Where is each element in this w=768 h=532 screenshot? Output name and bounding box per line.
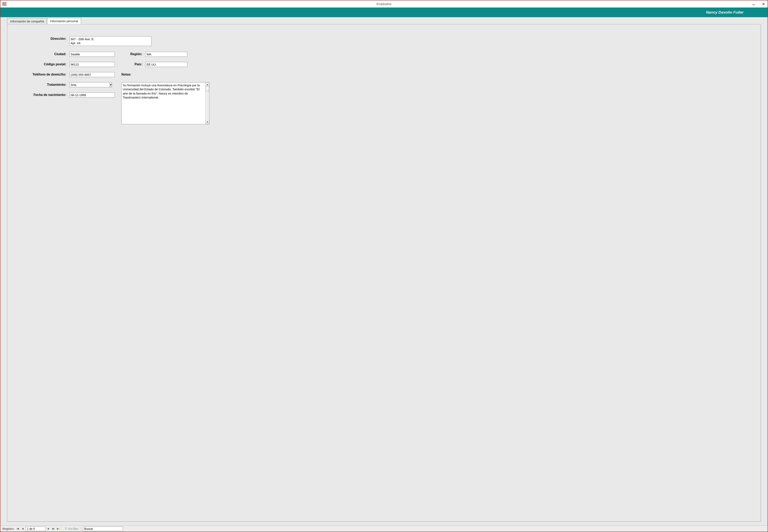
- notes-box: [121, 82, 210, 124]
- birthdate-field[interactable]: [69, 92, 115, 97]
- phone-field[interactable]: [69, 72, 115, 77]
- scroll-down-button[interactable]: [206, 120, 209, 124]
- tab-personal-info[interactable]: Información personal: [47, 18, 81, 24]
- nav-position-input[interactable]: [26, 527, 46, 531]
- courtesy-field[interactable]: [69, 82, 110, 87]
- svg-rect-5: [3, 4, 6, 5]
- scroll-track[interactable]: [206, 87, 209, 120]
- svg-rect-4: [3, 4, 6, 4]
- tab-strip: Información de compañía Información pers…: [7, 18, 767, 24]
- nav-next-button[interactable]: [46, 527, 51, 531]
- form-window: Empleados Nancy Davolio Fuller Informaci…: [0, 0, 768, 532]
- window-title: Empleados: [376, 2, 391, 6]
- label-notes: Notas:: [121, 72, 143, 76]
- record-navigator: Registro: Sin filtro: [0, 526, 768, 532]
- access-form-icon: [2, 2, 6, 6]
- courtesy-combo[interactable]: [69, 82, 107, 87]
- country-field[interactable]: [145, 62, 187, 67]
- nav-new-button[interactable]: [56, 527, 60, 531]
- tab-company-info[interactable]: Información de compañía: [7, 18, 47, 24]
- svg-rect-6: [3, 5, 6, 5]
- form-body: Información de compañía Información pers…: [0, 17, 768, 526]
- nav-prev-button[interactable]: [20, 527, 25, 531]
- form-header: Nancy Davolio Fuller: [0, 8, 768, 17]
- svg-rect-3: [5, 3, 6, 4]
- courtesy-dropdown-button[interactable]: [110, 82, 112, 87]
- nav-search-input[interactable]: [83, 527, 123, 531]
- label-region: Región:: [121, 52, 143, 56]
- label-address: Dirección:: [15, 36, 67, 41]
- svg-rect-2: [5, 3, 6, 3]
- scroll-up-button[interactable]: [206, 83, 209, 86]
- minimize-button[interactable]: [751, 2, 756, 6]
- svg-rect-8: [17, 528, 17, 530]
- postal-field[interactable]: [69, 62, 115, 67]
- titlebar: Empleados: [0, 0, 768, 8]
- nav-first-button[interactable]: [16, 527, 20, 531]
- label-phone: Teléfono de domicilio:: [15, 72, 67, 76]
- label-postal: Código postal:: [15, 62, 67, 66]
- nav-filter[interactable]: Sin filtro: [63, 527, 80, 530]
- employee-name-header: Nancy Davolio Fuller: [706, 10, 744, 15]
- label-courtesy: Tratamiento:: [15, 82, 67, 87]
- address-field[interactable]: [69, 36, 151, 46]
- label-birthdate: Fecha de nacimiento:: [15, 92, 67, 97]
- city-field[interactable]: [69, 52, 115, 57]
- label-country: País:: [121, 62, 143, 66]
- close-button[interactable]: [761, 2, 766, 6]
- scroll-thumb[interactable]: [206, 87, 209, 92]
- svg-rect-7: [752, 5, 755, 5]
- nav-last-button[interactable]: [51, 527, 56, 531]
- notes-field[interactable]: [121, 83, 205, 124]
- nav-separator-2: [81, 527, 81, 531]
- label-city: Ciudad:: [15, 52, 67, 56]
- svg-rect-1: [3, 3, 4, 4]
- svg-rect-9: [54, 528, 54, 530]
- nav-label: Registro:: [1, 527, 16, 530]
- nav-filter-label: Sin filtro: [68, 527, 78, 530]
- svg-line-14: [66, 529, 67, 530]
- tab-panel-personal: Dirección: Ciudad: Región: Código postal…: [7, 24, 761, 522]
- window-buttons: [751, 2, 766, 6]
- region-field[interactable]: [145, 52, 187, 57]
- notes-scrollbar[interactable]: [205, 83, 209, 124]
